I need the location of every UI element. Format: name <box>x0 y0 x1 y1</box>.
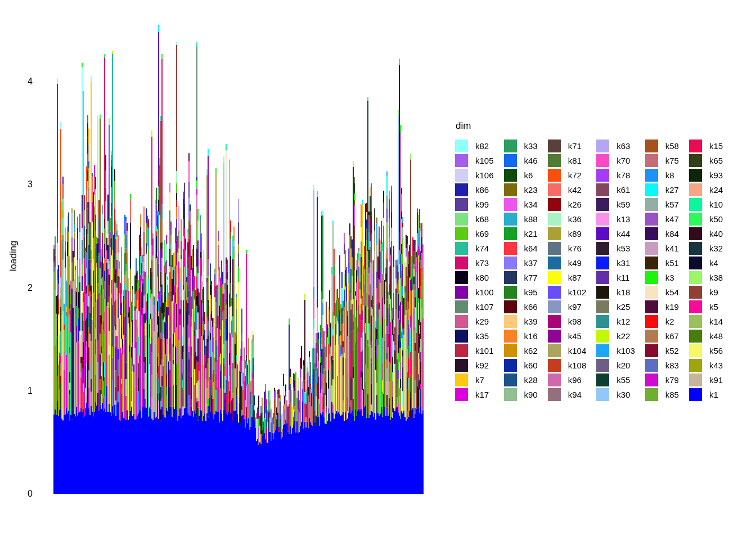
legend-item-label: k14 <box>709 315 723 328</box>
legend-item: k104 <box>548 344 587 357</box>
legend-swatch <box>645 300 658 313</box>
legend-item: k98 <box>548 315 587 328</box>
legend-swatch <box>548 286 561 299</box>
y-tick-label: 4 <box>10 77 33 86</box>
legend-item-label: k87 <box>568 271 582 284</box>
legend-swatch <box>504 286 517 299</box>
legend-item: k35 <box>455 330 494 343</box>
legend-swatch <box>645 315 658 328</box>
legend-item: k15 <box>689 140 723 152</box>
legend-swatch <box>596 169 609 182</box>
legend-swatch <box>596 198 609 211</box>
legend-swatch <box>596 140 609 152</box>
legend-swatch <box>596 271 609 284</box>
legend-swatch <box>455 374 468 386</box>
legend-item-label: k88 <box>524 213 538 226</box>
legend-item-label: k97 <box>568 300 582 313</box>
legend-item: k24 <box>689 183 723 196</box>
legend-item-label: k23 <box>524 183 538 196</box>
legend-item-label: k46 <box>524 154 538 167</box>
legend-swatch <box>645 359 658 372</box>
legend-swatch <box>504 242 517 255</box>
legend-item-label: k98 <box>568 315 582 328</box>
legend-item-label: k86 <box>475 183 489 196</box>
legend-swatch <box>548 154 561 167</box>
legend-item: k90 <box>504 388 538 401</box>
legend-swatch <box>455 344 468 357</box>
legend-item: k16 <box>504 330 538 343</box>
legend-swatch <box>455 140 468 152</box>
legend-item-label: k95 <box>524 286 538 299</box>
legend-swatch <box>548 169 561 182</box>
legend-item-label: k26 <box>568 198 582 211</box>
legend-item-label: k81 <box>568 154 582 167</box>
legend-item-label: k82 <box>475 140 489 152</box>
legend-item: k8 <box>645 169 679 182</box>
legend-swatch <box>645 227 658 240</box>
legend-swatch <box>548 388 561 401</box>
legend-item: k106 <box>455 169 494 182</box>
legend-item: k13 <box>596 213 635 226</box>
legend-swatch <box>548 330 561 343</box>
legend-item: k50 <box>689 213 723 226</box>
legend-item-label: k75 <box>665 154 679 167</box>
legend-swatch <box>455 271 468 284</box>
legend-swatch <box>455 286 468 299</box>
legend-item: k7 <box>455 374 494 386</box>
legend-swatch <box>645 154 658 167</box>
legend-item-label: k69 <box>475 227 489 240</box>
legend-swatch <box>455 315 468 328</box>
legend-item: k14 <box>689 315 723 328</box>
legend-swatch <box>455 183 468 196</box>
legend-swatch <box>689 198 702 211</box>
legend-item: k84 <box>645 227 679 240</box>
legend-swatch <box>504 315 517 328</box>
legend-swatch <box>504 227 517 240</box>
legend-swatch <box>504 388 517 401</box>
legend-item-label: k89 <box>568 227 582 240</box>
legend-item-label: k76 <box>568 242 582 255</box>
legend-item: k76 <box>548 242 587 255</box>
legend-swatch <box>689 315 702 328</box>
legend-item: k2 <box>645 315 679 328</box>
legend-item-label: k34 <box>524 198 538 211</box>
legend-item-label: k71 <box>568 140 582 152</box>
legend-item-label: k4 <box>709 256 718 269</box>
legend-item: k39 <box>504 315 538 328</box>
legend-item: k94 <box>548 388 587 401</box>
legend-swatch <box>689 359 702 372</box>
legend-item-label: k85 <box>665 388 679 401</box>
legend-swatch <box>645 286 658 299</box>
legend-item: k81 <box>548 154 587 167</box>
legend-item: k52 <box>645 344 679 357</box>
legend-item: k102 <box>548 286 587 299</box>
legend-swatch <box>645 213 658 226</box>
legend-item: k96 <box>548 374 587 386</box>
legend-item-label: k68 <box>475 213 489 226</box>
legend-item: k36 <box>548 213 587 226</box>
legend-item-label: k50 <box>709 213 723 226</box>
legend-swatch <box>455 169 468 182</box>
legend-item: k47 <box>645 213 679 226</box>
legend-swatch <box>689 154 702 167</box>
legend-item-label: k92 <box>475 359 489 372</box>
legend-item-label: k65 <box>709 154 723 167</box>
legend-item: k78 <box>596 169 635 182</box>
legend-swatch <box>548 242 561 255</box>
legend-item-label: k107 <box>475 300 494 313</box>
legend-item: k46 <box>504 154 538 167</box>
legend-item-label: k13 <box>616 213 630 226</box>
legend-item: k70 <box>596 154 635 167</box>
legend-item: k34 <box>504 198 538 211</box>
legend-item-label: k53 <box>616 242 630 255</box>
legend-item: k74 <box>455 242 494 255</box>
legend-swatch <box>645 271 658 284</box>
legend-swatch <box>689 271 702 284</box>
legend-item-label: k31 <box>616 256 630 269</box>
legend-item: k43 <box>689 359 723 372</box>
legend-item-label: k43 <box>709 359 723 372</box>
legend-item-label: k93 <box>709 169 723 182</box>
chart-figure: loading 01234 dim k82k105k106k86k99k68k6… <box>0 0 756 540</box>
legend-item-label: k5 <box>709 300 718 313</box>
legend-item-label: k62 <box>524 344 538 357</box>
